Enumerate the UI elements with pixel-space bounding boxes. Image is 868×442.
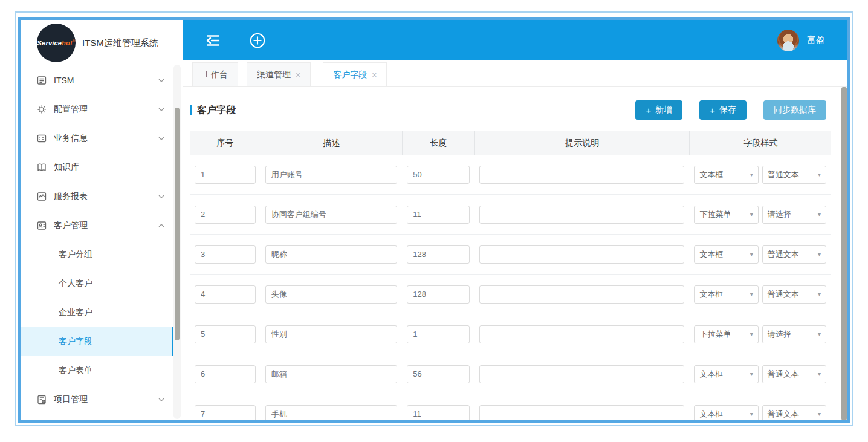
sidebar-item-customer-groups[interactable]: 客户分组 <box>21 240 174 269</box>
sidebar-item-customer-forms[interactable]: 客户表单 <box>21 356 174 385</box>
field-type-select[interactable]: 下拉菜单 ▾ <box>694 325 758 343</box>
tab-channel-management[interactable]: 渠道管理 × <box>247 62 311 86</box>
field-subtype-select[interactable]: 请选择 ▾ <box>762 206 826 224</box>
column-header-description: 描述 <box>261 131 402 155</box>
field-subtype-value: 普通文本 <box>768 289 799 300</box>
sidebar-item-label: 知识库 <box>54 162 174 173</box>
field-subtype-value: 普通文本 <box>768 169 799 180</box>
length-input[interactable] <box>407 325 470 343</box>
main-scrollbar-thumb[interactable] <box>841 87 847 420</box>
column-header-length: 长度 <box>402 131 474 155</box>
logo-text-hot: hot <box>62 39 73 47</box>
length-input[interactable] <box>407 285 470 304</box>
field-type-select[interactable]: 文本框 ▾ <box>694 365 758 383</box>
field-type-select[interactable]: 文本框 ▾ <box>694 285 758 304</box>
description-input[interactable] <box>265 325 397 343</box>
field-type-select[interactable]: 文本框 ▾ <box>694 245 758 264</box>
tip-input[interactable] <box>479 206 684 224</box>
length-input[interactable] <box>407 245 470 264</box>
length-input[interactable] <box>407 206 470 224</box>
collapse-sidebar-icon[interactable] <box>203 33 221 48</box>
field-subtype-select[interactable]: 请选择 ▾ <box>762 325 826 343</box>
caret-down-icon: ▾ <box>818 331 821 337</box>
tip-input[interactable] <box>479 365 684 383</box>
user-avatar[interactable] <box>777 30 799 51</box>
field-subtype-select[interactable]: 普通文本 ▾ <box>762 405 826 421</box>
field-subtype-value: 普通文本 <box>768 409 799 420</box>
close-icon[interactable]: × <box>372 71 377 79</box>
length-input[interactable] <box>407 405 470 421</box>
book-icon <box>36 162 47 173</box>
sidebar: Servicehot® ITSM运维管理系统 ITSM 配置管理 业务信息 <box>21 20 183 420</box>
tab-label: 客户字段 <box>333 70 367 80</box>
sidebar-item-project-management[interactable]: 项目管理 <box>21 385 174 414</box>
description-input[interactable] <box>265 206 397 224</box>
field-subtype-select[interactable]: 普通文本 ▾ <box>762 285 826 304</box>
description-input[interactable] <box>265 166 397 184</box>
sidebar-item-enterprise-customers[interactable]: 企业客户 <box>21 298 174 327</box>
tip-input[interactable] <box>479 405 684 421</box>
plus-icon: + <box>646 105 651 115</box>
tip-input[interactable] <box>479 325 684 343</box>
seq-input[interactable] <box>195 166 256 184</box>
column-header-tip: 提示说明 <box>474 131 689 155</box>
seq-input[interactable] <box>195 245 256 264</box>
sidebar-item-itsm[interactable]: ITSM <box>21 66 174 95</box>
seq-input[interactable] <box>195 325 256 343</box>
sidebar-item-customer-fields[interactable]: 客户字段 <box>21 327 174 356</box>
field-subtype-select[interactable]: 普通文本 ▾ <box>762 245 826 264</box>
sidebar-item-label: ITSM <box>54 76 158 85</box>
action-buttons: +新增 +保存 同步数据库 <box>635 100 826 120</box>
description-input[interactable] <box>265 405 397 421</box>
field-type-select[interactable]: 下拉菜单 ▾ <box>694 206 758 224</box>
tab-label: 渠道管理 <box>257 70 291 80</box>
tab-customer-fields[interactable]: 客户字段 × <box>323 62 387 86</box>
tip-input[interactable] <box>479 285 684 304</box>
column-header-field-style: 字段样式 <box>689 131 831 155</box>
close-icon[interactable]: × <box>296 71 300 79</box>
plus-icon: + <box>710 105 715 115</box>
tab-workbench[interactable]: 工作台 <box>192 62 238 86</box>
description-input[interactable] <box>265 365 397 383</box>
tip-input[interactable] <box>479 245 684 264</box>
sidebar-scrollbar-track[interactable] <box>173 65 181 419</box>
screen: Servicehot® ITSM运维管理系统 ITSM 配置管理 业务信息 <box>0 0 868 442</box>
field-type-select[interactable]: 文本框 ▾ <box>694 166 758 184</box>
description-input[interactable] <box>265 285 397 304</box>
seq-input[interactable] <box>195 365 256 383</box>
field-type-select[interactable]: 文本框 ▾ <box>694 405 758 421</box>
sidebar-item-service-reports[interactable]: 服务报表 <box>21 182 174 211</box>
window-outer-border: Servicehot® ITSM运维管理系统 ITSM 配置管理 业务信息 <box>15 11 853 426</box>
field-subtype-select[interactable]: 普通文本 ▾ <box>762 365 826 383</box>
description-input[interactable] <box>265 245 397 264</box>
seq-input[interactable] <box>195 405 256 421</box>
sidebar-item-business-info[interactable]: 业务信息 <box>21 124 174 153</box>
sidebar-item-label: 客户字段 <box>59 336 172 347</box>
sidebar-item-knowledge-base[interactable]: 知识库 <box>21 153 174 182</box>
chevron-down-icon <box>158 108 164 111</box>
length-input[interactable] <box>407 166 470 184</box>
sidebar-item-label: 企业客户 <box>59 307 174 318</box>
list-form-icon <box>36 75 47 86</box>
user-menu[interactable]: 富盈 <box>777 20 825 60</box>
chevron-down-icon <box>158 398 164 401</box>
caret-down-icon: ▾ <box>750 371 753 377</box>
sync-database-button[interactable]: 同步数据库 <box>763 100 826 120</box>
seq-input[interactable] <box>195 206 256 224</box>
save-button[interactable]: +保存 <box>699 100 747 120</box>
add-button[interactable]: +新增 <box>635 100 682 120</box>
page-title: 客户字段 <box>190 104 236 117</box>
seq-input[interactable] <box>195 285 256 304</box>
sidebar-item-config-management[interactable]: 配置管理 <box>21 95 174 124</box>
length-input[interactable] <box>407 365 470 383</box>
caret-down-icon: ▾ <box>750 291 753 297</box>
table-row: 文本框 ▾ 普通文本 ▾ <box>190 394 831 420</box>
sidebar-item-personal-customers[interactable]: 个人客户 <box>21 269 174 298</box>
tip-input[interactable] <box>479 166 684 184</box>
add-tab-icon[interactable] <box>249 32 266 49</box>
table-header: 序号 描述 长度 提示说明 字段样式 <box>190 131 831 155</box>
sidebar-item-customer-management[interactable]: 客户管理 <box>21 211 174 240</box>
caret-down-icon: ▾ <box>818 211 821 218</box>
field-subtype-select[interactable]: 普通文本 ▾ <box>762 166 826 184</box>
sidebar-scrollbar-thumb[interactable] <box>175 108 180 340</box>
